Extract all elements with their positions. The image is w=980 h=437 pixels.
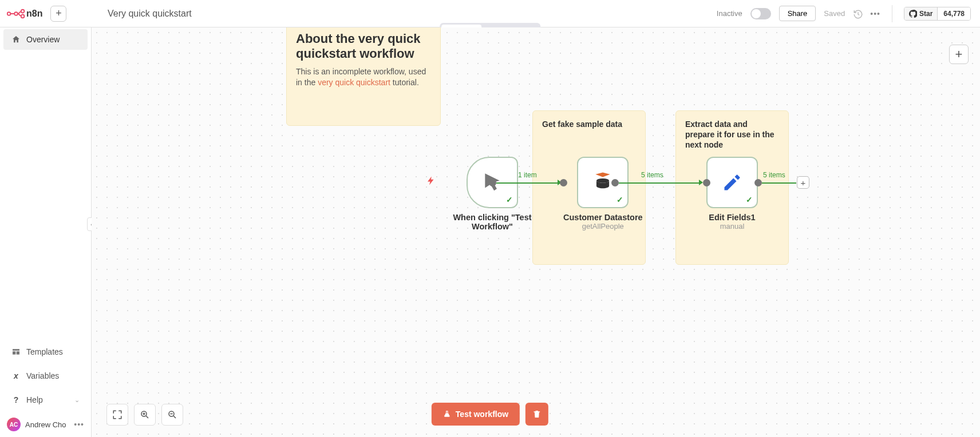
- logo-text: n8n: [26, 9, 42, 19]
- output-port[interactable]: [489, 179, 496, 186]
- add-node-button[interactable]: +: [797, 176, 809, 189]
- sidebar-item-label: Overview: [26, 35, 60, 44]
- success-check-icon: ✓: [506, 195, 513, 204]
- active-toggle[interactable]: [750, 8, 771, 19]
- sticky-body: This is an incomplete workflow, used in …: [296, 66, 431, 89]
- sidebar-item-overview[interactable]: Overview: [3, 29, 88, 50]
- node-manual-trigger[interactable]: ✓ When clicking "Test Workflow": [441, 157, 544, 231]
- variables-icon: x: [11, 371, 21, 380]
- chevron-down-icon: ⌄: [74, 396, 80, 404]
- sidebar-item-label: Templates: [26, 347, 63, 356]
- home-icon: [11, 35, 21, 44]
- svg-point-2: [21, 9, 25, 13]
- more-options-icon[interactable]: •••: [870, 9, 880, 18]
- user-name: Andrew Cho: [25, 420, 69, 429]
- github-star-count: 64,778: [938, 7, 970, 20]
- pencil-icon: [722, 172, 742, 193]
- n8n-logo-icon: [7, 9, 23, 19]
- trash-icon: [532, 409, 542, 419]
- sidebar: Overview Templates x Variables ? Help ⌄ …: [0, 27, 92, 437]
- connection-line[interactable]: [762, 182, 796, 184]
- input-port[interactable]: [560, 179, 567, 186]
- zoom-in-button[interactable]: [134, 404, 156, 426]
- output-port[interactable]: [754, 179, 762, 186]
- sidebar-item-templates[interactable]: Templates: [3, 341, 88, 362]
- svg-point-1: [14, 12, 18, 15]
- sticky-title: About the very quick quickstart workflow: [296, 31, 431, 62]
- sticky-title: Get fake sample data: [542, 119, 636, 129]
- datastore-icon: [592, 172, 614, 193]
- active-status-label: Inactive: [717, 9, 742, 18]
- trigger-bolt-icon: [426, 174, 436, 188]
- connection-items-label: 1 item: [518, 171, 537, 179]
- divider: [892, 5, 892, 22]
- svg-point-4: [596, 178, 609, 183]
- connection-items-label: 5 items: [763, 171, 785, 179]
- history-icon[interactable]: [853, 9, 862, 18]
- svg-point-0: [7, 12, 11, 15]
- sidebar-user[interactable]: AC Andrew Cho •••: [0, 412, 91, 437]
- help-icon: ?: [11, 395, 21, 404]
- output-port[interactable]: [611, 179, 619, 186]
- templates-icon: [11, 347, 21, 356]
- workflow-canvas[interactable]: + About the very quick quickstart workfl…: [92, 27, 980, 437]
- quickstart-link[interactable]: very quick quickstart: [318, 78, 390, 87]
- sticky-title: Extract data and prepare it for use in t…: [685, 119, 779, 150]
- test-workflow-label: Test workflow: [456, 410, 508, 419]
- logo-group: n8n +: [5, 6, 90, 22]
- zoom-out-button[interactable]: [161, 404, 183, 426]
- test-workflow-button[interactable]: Test workflow: [432, 403, 520, 426]
- node-label: Customer Datastore: [563, 213, 643, 222]
- github-star-label: Star: [919, 10, 932, 18]
- connection-line[interactable]: [496, 182, 559, 184]
- new-workflow-button[interactable]: +: [50, 6, 66, 22]
- sidebar-item-variables[interactable]: x Variables: [3, 366, 88, 386]
- flask-icon: [443, 410, 451, 419]
- node-label: Edit Fields1: [709, 213, 755, 222]
- input-port[interactable]: [703, 179, 710, 186]
- success-check-icon: ✓: [617, 195, 623, 204]
- open-node-panel-button[interactable]: +: [949, 45, 969, 64]
- node-sublabel: getAllPeople: [582, 222, 624, 231]
- fit-view-button[interactable]: [106, 404, 128, 426]
- node-label: When clicking "Test Workflow": [441, 213, 544, 231]
- share-button[interactable]: Share: [779, 6, 816, 21]
- github-star-button[interactable]: Star 64,778: [904, 7, 971, 21]
- sidebar-item-label: Variables: [26, 371, 59, 380]
- success-check-icon: ✓: [746, 195, 753, 204]
- sidebar-item-help[interactable]: ? Help ⌄: [3, 390, 88, 410]
- delete-button[interactable]: [525, 403, 548, 426]
- saved-status: Saved: [824, 9, 845, 18]
- connection-items-label: 5 items: [641, 171, 663, 179]
- node-sublabel: manual: [720, 222, 745, 231]
- node-customer-datastore[interactable]: ✓ Customer Datastore getAllPeople: [563, 157, 643, 231]
- user-avatar: AC: [7, 418, 21, 431]
- svg-point-3: [21, 14, 25, 18]
- bottom-actions: Test workflow: [432, 403, 548, 426]
- connection-arrow-icon: [699, 180, 703, 185]
- sticky-note-about[interactable]: About the very quick quickstart workflow…: [286, 27, 441, 126]
- user-more-icon[interactable]: •••: [74, 420, 84, 429]
- connection-line[interactable]: [619, 182, 701, 184]
- sidebar-item-label: Help: [26, 395, 43, 404]
- header-right: Inactive Share Saved ••• Star 64,778: [717, 5, 975, 22]
- workflow-title[interactable]: Very quick quickstart: [108, 9, 192, 19]
- zoom-controls: [106, 404, 183, 426]
- node-edit-fields[interactable]: ✓ Edit Fields1 manual: [706, 157, 758, 231]
